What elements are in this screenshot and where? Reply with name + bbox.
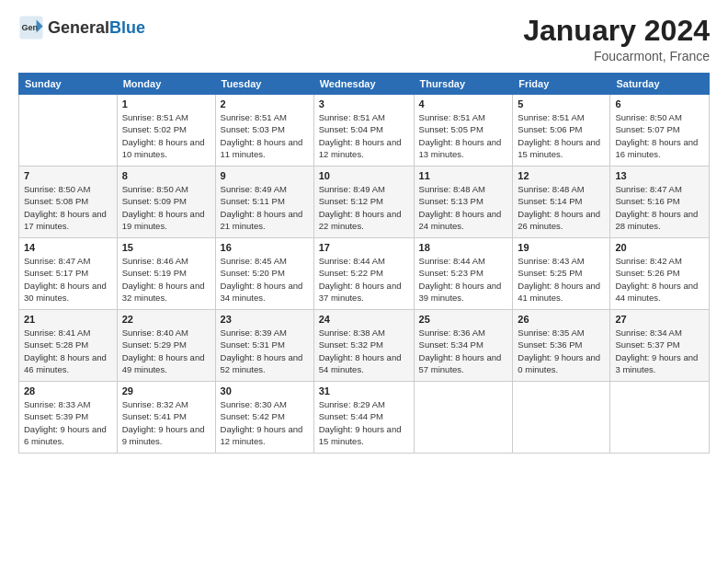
- day-info: Sunrise: 8:36 AM Sunset: 5:34 PM Dayligh…: [419, 327, 508, 375]
- col-monday: Monday: [117, 74, 215, 95]
- location: Foucarmont, France: [523, 49, 710, 63]
- logo-general: General: [48, 18, 109, 38]
- day-number: 31: [319, 385, 409, 396]
- logo-blue: Blue: [109, 18, 145, 38]
- day-number: 7: [24, 170, 112, 181]
- day-info: Sunrise: 8:39 AM Sunset: 5:31 PM Dayligh…: [221, 327, 309, 375]
- day-number: 23: [221, 314, 309, 325]
- header: Gen General Blue January 2024 Foucarmont…: [18, 15, 710, 63]
- day-info: Sunrise: 8:45 AM Sunset: 5:20 PM Dayligh…: [221, 255, 309, 304]
- day-info: Sunrise: 8:48 AM Sunset: 5:13 PM Dayligh…: [419, 183, 508, 232]
- day-number: 3: [319, 98, 409, 109]
- cell-w3-d4: 17Sunrise: 8:44 AM Sunset: 5:22 PM Dayli…: [313, 238, 414, 310]
- day-number: 19: [518, 242, 605, 253]
- day-number: 2: [221, 98, 309, 109]
- logo-icon: Gen: [18, 15, 44, 40]
- cell-w3-d6: 19Sunrise: 8:43 AM Sunset: 5:25 PM Dayli…: [513, 238, 610, 310]
- day-info: Sunrise: 8:43 AM Sunset: 5:25 PM Dayligh…: [518, 255, 605, 304]
- cell-w5-d4: 31Sunrise: 8:29 AM Sunset: 5:44 PM Dayli…: [313, 382, 414, 454]
- day-info: Sunrise: 8:47 AM Sunset: 5:17 PM Dayligh…: [24, 255, 112, 304]
- day-number: 16: [221, 242, 309, 253]
- cell-w3-d3: 16Sunrise: 8:45 AM Sunset: 5:20 PM Dayli…: [215, 238, 313, 310]
- header-row: Sunday Monday Tuesday Wednesday Thursday…: [19, 74, 710, 95]
- day-info: Sunrise: 8:50 AM Sunset: 5:08 PM Dayligh…: [24, 183, 112, 232]
- cell-w2-d5: 11Sunrise: 8:48 AM Sunset: 5:13 PM Dayli…: [414, 167, 513, 238]
- day-info: Sunrise: 8:46 AM Sunset: 5:19 PM Dayligh…: [122, 255, 210, 304]
- cell-w5-d1: 28Sunrise: 8:33 AM Sunset: 5:39 PM Dayli…: [19, 382, 118, 454]
- cell-w4-d7: 27Sunrise: 8:34 AM Sunset: 5:37 PM Dayli…: [610, 310, 710, 382]
- col-wednesday: Wednesday: [313, 74, 414, 95]
- day-number: 21: [24, 314, 112, 325]
- day-number: 18: [419, 242, 508, 253]
- day-number: 10: [319, 170, 409, 181]
- title-block: January 2024 Foucarmont, France: [523, 15, 710, 63]
- cell-w1-d7: 6Sunrise: 8:50 AM Sunset: 5:07 PM Daylig…: [610, 95, 710, 167]
- cell-w2-d1: 7Sunrise: 8:50 AM Sunset: 5:08 PM Daylig…: [19, 167, 118, 238]
- cell-w3-d5: 18Sunrise: 8:44 AM Sunset: 5:23 PM Dayli…: [414, 238, 513, 310]
- day-info: Sunrise: 8:50 AM Sunset: 5:07 PM Dayligh…: [615, 111, 704, 160]
- calendar-page: Gen General Blue January 2024 Foucarmont…: [0, 0, 728, 563]
- logo-text: General Blue: [48, 18, 145, 38]
- cell-w1-d1: [19, 95, 118, 167]
- week-row-1: 1Sunrise: 8:51 AM Sunset: 5:02 PM Daylig…: [19, 95, 710, 167]
- calendar-table: Sunday Monday Tuesday Wednesday Thursday…: [18, 73, 710, 454]
- day-number: 15: [122, 242, 210, 253]
- cell-w2-d3: 9Sunrise: 8:49 AM Sunset: 5:11 PM Daylig…: [215, 167, 313, 238]
- day-number: 29: [122, 385, 210, 396]
- cell-w1-d6: 5Sunrise: 8:51 AM Sunset: 5:06 PM Daylig…: [513, 95, 610, 167]
- day-info: Sunrise: 8:51 AM Sunset: 5:05 PM Dayligh…: [419, 111, 508, 160]
- day-number: 14: [24, 242, 112, 253]
- day-number: 11: [419, 170, 508, 181]
- day-info: Sunrise: 8:51 AM Sunset: 5:06 PM Dayligh…: [518, 111, 605, 160]
- cell-w2-d6: 12Sunrise: 8:48 AM Sunset: 5:14 PM Dayli…: [513, 167, 610, 238]
- day-info: Sunrise: 8:41 AM Sunset: 5:28 PM Dayligh…: [24, 327, 112, 375]
- day-number: 12: [518, 170, 605, 181]
- day-info: Sunrise: 8:44 AM Sunset: 5:23 PM Dayligh…: [419, 255, 508, 304]
- cell-w4-d2: 22Sunrise: 8:40 AM Sunset: 5:29 PM Dayli…: [117, 310, 215, 382]
- col-sunday: Sunday: [19, 74, 118, 95]
- day-number: 24: [319, 314, 409, 325]
- day-number: 4: [419, 98, 508, 109]
- col-saturday: Saturday: [610, 74, 710, 95]
- day-info: Sunrise: 8:51 AM Sunset: 5:03 PM Dayligh…: [221, 111, 309, 160]
- day-number: 20: [615, 242, 704, 253]
- cell-w2-d7: 13Sunrise: 8:47 AM Sunset: 5:16 PM Dayli…: [610, 167, 710, 238]
- logo: Gen General Blue: [18, 15, 145, 40]
- day-info: Sunrise: 8:40 AM Sunset: 5:29 PM Dayligh…: [122, 327, 210, 375]
- day-number: 1: [122, 98, 210, 109]
- cell-w1-d5: 4Sunrise: 8:51 AM Sunset: 5:05 PM Daylig…: [414, 95, 513, 167]
- cell-w3-d2: 15Sunrise: 8:46 AM Sunset: 5:19 PM Dayli…: [117, 238, 215, 310]
- day-info: Sunrise: 8:34 AM Sunset: 5:37 PM Dayligh…: [615, 327, 704, 375]
- cell-w4-d3: 23Sunrise: 8:39 AM Sunset: 5:31 PM Dayli…: [215, 310, 313, 382]
- day-number: 25: [419, 314, 508, 325]
- week-row-3: 14Sunrise: 8:47 AM Sunset: 5:17 PM Dayli…: [19, 238, 710, 310]
- cell-w4-d6: 26Sunrise: 8:35 AM Sunset: 5:36 PM Dayli…: [513, 310, 610, 382]
- cell-w3-d1: 14Sunrise: 8:47 AM Sunset: 5:17 PM Dayli…: [19, 238, 118, 310]
- day-info: Sunrise: 8:50 AM Sunset: 5:09 PM Dayligh…: [122, 183, 210, 232]
- day-info: Sunrise: 8:48 AM Sunset: 5:14 PM Dayligh…: [518, 183, 605, 232]
- day-info: Sunrise: 8:47 AM Sunset: 5:16 PM Dayligh…: [615, 183, 704, 232]
- day-info: Sunrise: 8:42 AM Sunset: 5:26 PM Dayligh…: [615, 255, 704, 304]
- day-number: 9: [221, 170, 309, 181]
- day-info: Sunrise: 8:49 AM Sunset: 5:12 PM Dayligh…: [319, 183, 409, 232]
- cell-w1-d2: 1Sunrise: 8:51 AM Sunset: 5:02 PM Daylig…: [117, 95, 215, 167]
- cell-w4-d4: 24Sunrise: 8:38 AM Sunset: 5:32 PM Dayli…: [313, 310, 414, 382]
- cell-w5-d3: 30Sunrise: 8:30 AM Sunset: 5:42 PM Dayli…: [215, 382, 313, 454]
- week-row-5: 28Sunrise: 8:33 AM Sunset: 5:39 PM Dayli…: [19, 382, 710, 454]
- svg-text:Gen: Gen: [22, 23, 39, 32]
- cell-w4-d1: 21Sunrise: 8:41 AM Sunset: 5:28 PM Dayli…: [19, 310, 118, 382]
- day-info: Sunrise: 8:30 AM Sunset: 5:42 PM Dayligh…: [221, 398, 309, 447]
- cell-w5-d2: 29Sunrise: 8:32 AM Sunset: 5:41 PM Dayli…: [117, 382, 215, 454]
- col-tuesday: Tuesday: [215, 74, 313, 95]
- day-info: Sunrise: 8:32 AM Sunset: 5:41 PM Dayligh…: [122, 398, 210, 447]
- day-number: 8: [122, 170, 210, 181]
- day-info: Sunrise: 8:51 AM Sunset: 5:02 PM Dayligh…: [122, 111, 210, 160]
- cell-w5-d7: [610, 382, 710, 454]
- cell-w2-d2: 8Sunrise: 8:50 AM Sunset: 5:09 PM Daylig…: [117, 167, 215, 238]
- cell-w4-d5: 25Sunrise: 8:36 AM Sunset: 5:34 PM Dayli…: [414, 310, 513, 382]
- week-row-4: 21Sunrise: 8:41 AM Sunset: 5:28 PM Dayli…: [19, 310, 710, 382]
- day-info: Sunrise: 8:29 AM Sunset: 5:44 PM Dayligh…: [319, 398, 409, 447]
- cell-w3-d7: 20Sunrise: 8:42 AM Sunset: 5:26 PM Dayli…: [610, 238, 710, 310]
- day-info: Sunrise: 8:35 AM Sunset: 5:36 PM Dayligh…: [518, 327, 605, 375]
- cell-w5-d5: [414, 382, 513, 454]
